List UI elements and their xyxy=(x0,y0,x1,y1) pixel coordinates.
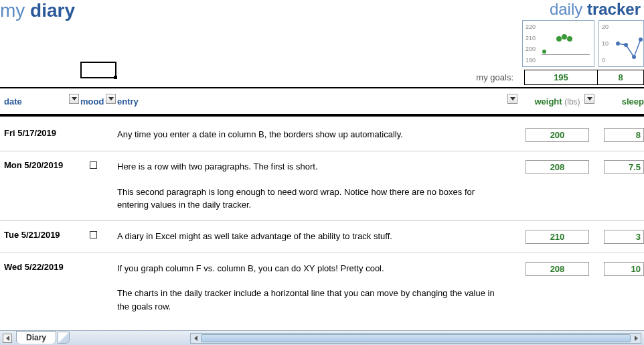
svg-point-10 xyxy=(639,38,643,42)
sleep-value[interactable]: 3 xyxy=(604,230,644,244)
new-sheet-icon[interactable] xyxy=(58,332,70,344)
title-tracker: daily tracker xyxy=(550,0,641,19)
filter-entry-icon[interactable] xyxy=(507,94,517,104)
date-cell[interactable]: Fri 5/17/2019 xyxy=(0,128,80,138)
weight-cell[interactable]: 208 xyxy=(519,160,596,174)
goals-label: my goals: xyxy=(476,72,513,82)
col-sleep-label: sleep xyxy=(622,96,644,107)
filter-mood-icon[interactable] xyxy=(106,94,116,104)
title-tracker-light: daily xyxy=(550,0,587,18)
entry-text: The charts in the daily tracker include … xyxy=(117,287,505,313)
tick-label: 190 xyxy=(526,57,536,64)
sparkline-sleep[interactable]: 20 10 0 xyxy=(598,20,644,67)
weight-cell[interactable]: 210 xyxy=(519,230,596,244)
title-diary: my diary xyxy=(0,0,75,21)
col-date-label: date xyxy=(4,96,22,107)
svg-line-5 xyxy=(626,45,634,57)
sparkline-sleep-plot xyxy=(614,25,643,64)
sleep-value[interactable]: 7.5 xyxy=(604,160,644,174)
scroll-right-icon[interactable] xyxy=(631,336,641,341)
col-entry-label: entry xyxy=(117,96,139,107)
scroll-thumb[interactable] xyxy=(201,334,631,342)
table-row: Wed 5/22/2019If you graph column F vs. c… xyxy=(0,259,644,328)
title-tracker-bold: tracker xyxy=(587,0,641,18)
table-header: date mood entry weight (lbs) sleep xyxy=(0,88,644,115)
table-row: Mon 5/20/2019Here is a row with two para… xyxy=(0,157,644,226)
entry-text: Here is a row with two paragraphs. The f… xyxy=(117,160,505,174)
weight-value[interactable]: 200 xyxy=(526,128,589,142)
entry-text: Any time you enter a date in column B, t… xyxy=(117,128,505,141)
horizontal-scrollbar[interactable] xyxy=(190,333,641,344)
sleep-cell[interactable]: 10 xyxy=(596,262,644,276)
weight-value[interactable]: 208 xyxy=(526,262,589,276)
entry-cell[interactable]: Any time you enter a date in column B, t… xyxy=(117,128,519,141)
entry-text: A diary in Excel might as well take adva… xyxy=(117,230,505,243)
goal-weight[interactable]: 195 xyxy=(524,70,598,85)
goal-line xyxy=(542,54,590,55)
date-cell[interactable]: Mon 5/20/2019 xyxy=(0,160,80,170)
filter-date-icon[interactable] xyxy=(69,94,79,104)
table-row: Fri 5/17/2019Any time you enter a date i… xyxy=(0,125,644,157)
sleep-value[interactable]: 8 xyxy=(604,128,644,142)
entry-text: This second paragraph is long enough to … xyxy=(117,186,505,212)
svg-point-7 xyxy=(616,42,620,46)
svg-point-8 xyxy=(624,43,628,47)
entry-cell[interactable]: If you graph column F vs. column B, you … xyxy=(117,262,519,314)
weight-value[interactable]: 210 xyxy=(526,230,589,244)
svg-point-9 xyxy=(632,55,636,59)
entry-cell[interactable]: A diary in Excel might as well take adva… xyxy=(117,230,519,243)
goal-sleep[interactable]: 8 xyxy=(598,70,644,85)
tick-label: 10 xyxy=(602,40,609,47)
sleep-cell[interactable]: 8 xyxy=(596,128,644,142)
svg-point-3 xyxy=(567,36,572,42)
title-diary-light: my xyxy=(0,0,30,21)
tab-scroll-left-icon[interactable] xyxy=(3,334,12,343)
mood-cell[interactable] xyxy=(80,160,117,171)
svg-point-0 xyxy=(542,50,546,54)
sleep-cell[interactable]: 3 xyxy=(596,230,644,244)
svg-line-6 xyxy=(634,40,641,57)
mood-cell[interactable] xyxy=(80,230,117,240)
sparkline-weight[interactable]: 220 210 200 190 xyxy=(522,20,594,67)
mood-checkbox[interactable] xyxy=(90,231,97,238)
scroll-left-icon[interactable] xyxy=(191,336,200,341)
weight-value[interactable]: 208 xyxy=(526,160,589,174)
sheet-tab-diary[interactable]: Diary xyxy=(16,331,56,344)
tick-label: 0 xyxy=(602,57,609,64)
sleep-cell[interactable]: 7.5 xyxy=(596,160,644,174)
col-weight-label: weight xyxy=(534,96,562,107)
date-cell[interactable]: Wed 5/22/2019 xyxy=(0,262,80,272)
weight-cell[interactable]: 200 xyxy=(519,128,596,142)
svg-point-1 xyxy=(556,36,562,42)
col-mood-label: mood xyxy=(80,96,104,107)
mood-checkbox[interactable] xyxy=(90,161,97,169)
cell-selection[interactable] xyxy=(80,62,116,78)
sparkline-weight-plot xyxy=(538,25,590,64)
sleep-value[interactable]: 10 xyxy=(604,262,644,276)
filter-weight-icon[interactable] xyxy=(584,94,594,104)
entry-text: If you graph column F vs. column B, you … xyxy=(117,262,505,275)
col-weight-unit: (lbs) xyxy=(564,97,580,107)
weight-cell[interactable]: 208 xyxy=(519,262,596,276)
sheet-tab-bar: Diary xyxy=(0,330,644,345)
tick-label: 200 xyxy=(526,46,536,52)
title-diary-bold: diary xyxy=(30,0,75,21)
tick-label: 220 xyxy=(526,23,536,30)
date-cell[interactable]: Tue 5/21/2019 xyxy=(0,230,80,240)
svg-point-2 xyxy=(562,34,567,40)
table-row: Tue 5/21/2019A diary in Excel might as w… xyxy=(0,226,644,259)
tick-label: 20 xyxy=(602,23,609,30)
entry-cell[interactable]: Here is a row with two paragraphs. The f… xyxy=(117,160,519,212)
tick-label: 210 xyxy=(526,35,536,42)
